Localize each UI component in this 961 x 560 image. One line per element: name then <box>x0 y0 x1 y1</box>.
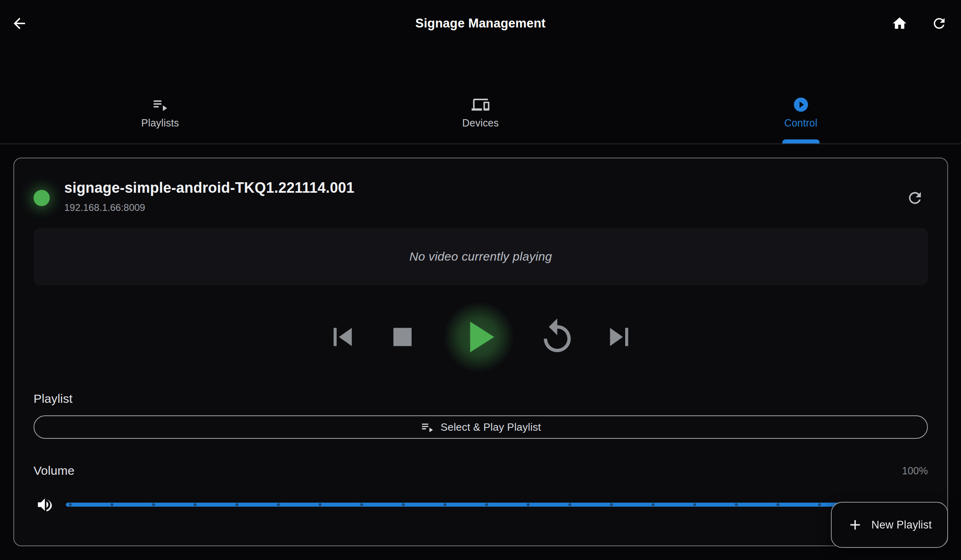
play-circle-icon <box>792 96 809 113</box>
refresh-icon <box>906 189 924 207</box>
refresh-icon <box>931 15 947 32</box>
transport-controls <box>34 302 928 372</box>
replay-button[interactable] <box>537 317 577 357</box>
playlist-play-icon <box>420 420 434 434</box>
skip-previous-button[interactable] <box>325 319 361 355</box>
volume-slider-row <box>34 495 928 514</box>
stop-icon <box>384 319 421 355</box>
play-button[interactable] <box>444 302 514 372</box>
replay-icon <box>537 317 577 357</box>
topbar-actions <box>885 0 954 46</box>
playlist-section-label: Playlist <box>34 392 928 406</box>
volume-slider[interactable] <box>66 503 928 507</box>
volume-up-icon <box>34 495 56 514</box>
device-control-card: signage-simple-android-TKQ1.221114.001 1… <box>13 158 948 546</box>
stop-button[interactable] <box>384 319 421 355</box>
select-play-playlist-button[interactable]: Select & Play Playlist <box>34 415 928 439</box>
tab-control[interactable]: Control <box>641 46 961 143</box>
home-icon <box>891 15 908 32</box>
skip-previous-icon <box>325 319 361 355</box>
volume-percent: 100% <box>902 465 928 477</box>
tab-playlists[interactable]: Playlists <box>0 46 320 143</box>
select-play-playlist-label: Select & Play Playlist <box>440 421 541 434</box>
device-name: signage-simple-android-TKQ1.221114.001 <box>64 179 354 196</box>
volume-header: Volume 100% <box>34 464 928 478</box>
tab-label: Devices <box>462 117 499 129</box>
playlist-play-icon <box>152 96 169 113</box>
skip-next-button[interactable] <box>601 319 637 355</box>
new-playlist-label: New Playlist <box>871 519 931 531</box>
active-tab-indicator <box>782 139 820 143</box>
page-title: Signage Management <box>0 16 961 31</box>
tab-label: Control <box>784 117 818 129</box>
top-app-bar: Signage Management <box>0 0 961 46</box>
devices-icon <box>472 96 489 113</box>
device-address: 192.168.1.66:8009 <box>64 202 354 213</box>
new-playlist-button[interactable]: New Playlist <box>831 502 948 548</box>
now-playing-panel: No video currently playing <box>34 228 928 285</box>
volume-section-label: Volume <box>34 464 74 478</box>
tab-label: Playlists <box>141 117 179 129</box>
refresh-button[interactable] <box>925 9 954 38</box>
device-meta: signage-simple-android-TKQ1.221114.001 1… <box>64 179 354 213</box>
plus-icon <box>847 517 863 533</box>
now-playing-message: No video currently playing <box>409 250 552 263</box>
skip-next-icon <box>601 319 637 355</box>
play-icon <box>453 311 505 363</box>
device-refresh-button[interactable] <box>902 185 928 211</box>
tab-devices[interactable]: Devices <box>320 46 641 143</box>
volume-slider-fill <box>66 503 928 507</box>
device-header: signage-simple-android-TKQ1.221114.001 1… <box>34 179 928 213</box>
tab-bar: Playlists Devices Control <box>0 46 961 144</box>
home-button[interactable] <box>885 9 914 38</box>
online-status-dot <box>34 190 50 206</box>
